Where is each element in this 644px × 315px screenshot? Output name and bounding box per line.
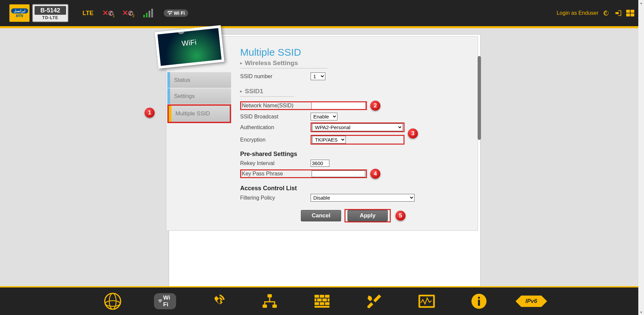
call-line-1-icon: ✕✆ 1 <box>102 9 115 17</box>
svg-rect-2 <box>626 13 630 16</box>
header-bar: ایرانسل MTN B-5142 TD-LTE LTE ✕✆ 1 ✕✆ 2 … <box>0 0 644 26</box>
scroll-down-icon[interactable]: ▾ <box>638 309 644 315</box>
side-nav: Status Settings 1 Multiple SSID <box>167 72 231 123</box>
monitor-nav-icon[interactable] <box>417 291 437 311</box>
cancel-button[interactable]: Cancel <box>301 210 341 221</box>
filtering-policy-select[interactable]: Disable <box>311 194 415 202</box>
sidebar-item-settings[interactable]: Settings <box>167 88 231 104</box>
authentication-select[interactable]: WPA2-Personal <box>312 123 403 131</box>
ssid-broadcast-label: SSID Broadcast <box>240 114 311 120</box>
login-enduser-link[interactable]: Login as Enduser <box>556 10 598 16</box>
callout-badge-5: 5 <box>395 211 406 221</box>
sidebar-item-multiple-ssid[interactable]: Multiple SSID <box>167 104 231 123</box>
svg-rect-1 <box>631 10 634 13</box>
rekey-interval-input[interactable] <box>311 160 329 167</box>
device-model: B-5142 <box>35 6 66 15</box>
svg-rect-3 <box>631 13 634 16</box>
sidebar-item-label: Status <box>174 77 190 84</box>
network-nav-icon[interactable] <box>260 291 280 311</box>
lte-indicator: LTE <box>83 10 94 17</box>
key-passphrase-label: Key Pass Phrase <box>242 171 310 177</box>
logout-icon[interactable] <box>614 9 623 17</box>
wifi-tile-label: WiFi <box>158 36 220 51</box>
tools-nav-icon[interactable] <box>364 291 384 311</box>
wireless-settings-header: Wireless Settings <box>240 59 327 68</box>
callout-badge-4: 4 <box>370 169 380 179</box>
encryption-select[interactable]: TKIP/AES <box>312 136 346 144</box>
svg-rect-9 <box>272 305 277 308</box>
ssid-broadcast-select[interactable]: Enable <box>311 113 337 120</box>
ssid-number-select[interactable]: 1 <box>311 72 325 80</box>
svg-rect-8 <box>263 305 267 308</box>
apply-button[interactable]: Apply <box>347 210 388 221</box>
ipv6-nav-icon[interactable]: IPv6 <box>521 291 541 311</box>
brand-oval: ایرانسل <box>11 8 28 13</box>
wifi-category-tile: WiFi <box>155 25 224 69</box>
page-title: Multiple SSID <box>240 47 464 58</box>
wifi-nav-icon[interactable]: Wi Fi <box>155 291 175 311</box>
info-nav-icon[interactable] <box>469 291 489 311</box>
device-tech: TD-LTE <box>42 15 58 20</box>
bottom-nav: Wi Fi IPv6 <box>0 286 644 315</box>
authentication-label: Authentication <box>240 124 311 130</box>
filtering-policy-label: Filtering Policy <box>240 195 311 201</box>
grid-icon[interactable] <box>626 9 635 17</box>
ssid1-header: SSID1 <box>240 88 294 97</box>
acl-header: Access Control List <box>240 185 464 192</box>
brand-text: MTN <box>16 14 23 18</box>
window-scrollbar[interactable]: ▴ ▾ <box>638 0 644 315</box>
brand-logo: ایرانسل MTN <box>9 4 30 22</box>
phone-nav-icon[interactable] <box>207 291 227 311</box>
callout-badge-1: 1 <box>145 108 155 118</box>
settings-panel: WiFi Status Settings 1 Multiple SSID <box>166 36 478 231</box>
callout-badge-2: 2 <box>370 101 380 111</box>
svg-rect-7 <box>268 294 272 298</box>
svg-point-5 <box>105 301 120 306</box>
network-name-label: Network Name(SSID) <box>242 103 310 109</box>
form-area: Multiple SSID Wireless Settings SSID num… <box>240 47 464 222</box>
globe-icon[interactable] <box>103 291 123 311</box>
sidebar-item-status[interactable]: Status <box>167 72 231 88</box>
key-passphrase-input[interactable] <box>312 170 365 177</box>
svg-point-24 <box>478 297 480 299</box>
wifi-status-pill: Wi Fi <box>164 9 188 17</box>
svg-rect-25 <box>478 300 480 306</box>
firewall-nav-icon[interactable] <box>312 291 332 311</box>
network-name-input[interactable] <box>312 102 365 109</box>
svg-rect-0 <box>626 10 630 13</box>
callout-badge-3: 3 <box>408 128 418 139</box>
rekey-interval-label: Rekey Interval <box>240 160 311 166</box>
signal-strength-icon <box>143 9 153 17</box>
call-line-2-icon: ✕✆ 2 <box>122 9 135 17</box>
device-model-badge: B-5142 TD-LTE <box>32 4 68 22</box>
sidebar-item-label: Multiple SSID <box>175 110 210 117</box>
encryption-label: Encryption <box>240 137 311 143</box>
sidebar-item-label: Settings <box>174 93 195 100</box>
scroll-up-icon[interactable]: ▴ <box>638 0 644 6</box>
ssid-number-label: SSID number <box>240 73 311 80</box>
psk-header: Pre-shared Settings <box>240 151 464 158</box>
power-icon[interactable] <box>602 9 610 17</box>
panel-scrollbar-thumb[interactable] <box>478 56 481 140</box>
